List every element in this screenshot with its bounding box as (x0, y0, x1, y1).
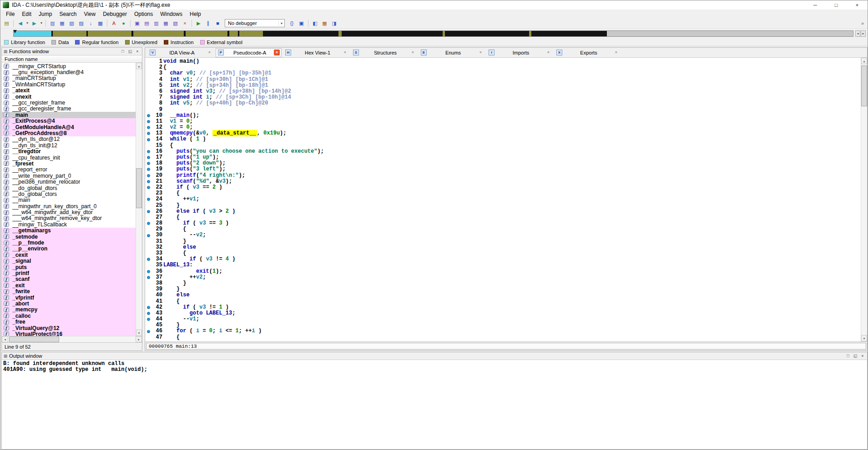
function-list-item[interactable]: f__mingw_CRTStartup (2, 63, 136, 69)
code-line[interactable]: 34 if ( v3 != 4 ) (145, 256, 861, 262)
code-line[interactable]: 33 { (145, 250, 861, 256)
menu-view[interactable]: View (80, 11, 99, 17)
tab-structures[interactable]: SStructures× (351, 48, 417, 57)
menu-debugger[interactable]: Debugger (99, 11, 131, 17)
function-list-item[interactable]: f_atexit (2, 88, 136, 94)
minimize-button[interactable]: ─ (805, 0, 826, 10)
close-button[interactable]: × (847, 0, 868, 10)
function-list-item[interactable]: f_puts (2, 264, 136, 270)
function-list-item[interactable]: f_WinMainCRTStartup (2, 81, 136, 87)
code-line[interactable]: 10 __main(); (145, 113, 861, 119)
code-line[interactable]: 18 puts("2 down"); (145, 160, 861, 166)
code-dot-icon[interactable] (147, 156, 150, 159)
jump-to-address-icon[interactable]: ▦ (57, 19, 67, 28)
code-dot-icon[interactable] (147, 210, 150, 213)
breakpoint-gutter[interactable] (145, 132, 152, 135)
tab-hex-view-1[interactable]: HHex View-1× (283, 48, 349, 57)
function-list-item[interactable]: f__getmainargs (2, 228, 136, 234)
function-list-item[interactable]: f__gcc_deregister_frame (2, 106, 136, 112)
code-line[interactable]: 31 } (145, 239, 861, 245)
code-line[interactable]: 40 else (145, 292, 861, 298)
code-line[interactable]: 46 for ( i = 0; i <= 1; ++i ) (145, 328, 861, 334)
function-list-item[interactable]: f__gcc_register_frame (2, 100, 136, 105)
jump-xrefs-icon[interactable]: ▩ (96, 19, 105, 28)
code-line[interactable]: 14 while ( 1 ) (145, 136, 861, 142)
breakpoint-gutter[interactable] (145, 270, 152, 273)
jump-to-segment-icon[interactable]: ▨ (76, 19, 86, 28)
code-line[interactable]: 13 qmemcpy(&v0, _data_start__, 0x19u); (145, 130, 861, 136)
code-vertical-scrollbar[interactable]: ▴ ▾ (861, 58, 867, 341)
scroll-up-button[interactable]: ▴ (136, 63, 142, 69)
code-line[interactable]: 37 ++v2; (145, 275, 861, 280)
search-text-icon[interactable]: A (109, 19, 119, 28)
maximize-button[interactable]: □ (826, 0, 847, 10)
function-list-item[interactable]: f_fwrite (2, 288, 136, 294)
code-line[interactable]: 27 { (145, 215, 861, 220)
breakpoint-gutter[interactable] (145, 174, 152, 177)
code-line[interactable]: 43 goto LABEL_13; (145, 310, 861, 316)
breakpoints-icon[interactable]: ▣ (297, 19, 306, 28)
code-line[interactable]: 35LABEL_13: (145, 262, 861, 268)
breakpoint-gutter[interactable] (145, 234, 152, 237)
breakpoint-gutter[interactable] (145, 180, 152, 183)
tab-close-icon[interactable]: × (613, 50, 619, 55)
tab-close-icon[interactable]: × (545, 50, 551, 55)
navigation-band[interactable] (13, 30, 853, 37)
function-list-item[interactable]: f__do_global_dtors (2, 185, 136, 191)
tab-close-icon[interactable]: × (207, 50, 212, 55)
code-dot-icon[interactable] (147, 198, 150, 201)
code-dot-icon[interactable] (147, 306, 150, 309)
code-line[interactable]: 39 } (145, 286, 861, 292)
function-list-item[interactable]: f_printf (2, 270, 136, 276)
pseudocode-view[interactable]: 1void main()2{3 char v0; // [sp+17h] [bp… (145, 58, 861, 341)
stop-process-icon[interactable]: ■ (213, 19, 222, 28)
menu-jump[interactable]: Jump (35, 11, 56, 17)
nav-back-icon[interactable]: ◀ (15, 19, 25, 28)
function-list-item[interactable]: f_main (2, 112, 136, 118)
tab-close-icon[interactable]: × (410, 50, 416, 55)
jump-down-icon[interactable]: ↓ (86, 19, 96, 28)
code-line[interactable]: 29 { (145, 226, 861, 232)
function-list-item[interactable]: f_VirtualQuery@12 (2, 325, 136, 331)
code-line[interactable]: 32 else (145, 245, 861, 250)
function-list-item[interactable]: f_scanf (2, 276, 136, 282)
menu-file[interactable]: File (2, 11, 18, 17)
function-list-item[interactable]: f_abort (2, 300, 136, 306)
tab-close-icon[interactable]: × (274, 50, 280, 55)
function-list-item[interactable]: f__mingwthr_run_key_dtors_part_0 (2, 203, 136, 209)
code-dot-icon[interactable] (147, 318, 150, 321)
breakpoint-gutter[interactable] (145, 126, 152, 129)
scroll-left-button[interactable]: ◂ (2, 336, 8, 342)
panel-float-icon[interactable]: ◱ (126, 49, 134, 54)
breakpoint-gutter[interactable] (145, 150, 152, 153)
jump-to-function-icon[interactable]: ▧ (67, 19, 76, 28)
function-list-item[interactable]: f_onexit (2, 94, 136, 100)
code-dot-icon[interactable] (147, 126, 150, 129)
code-line[interactable]: 11 v1 = 0; (145, 119, 861, 125)
panel-close-icon[interactable]: × (134, 49, 141, 54)
code-dot-icon[interactable] (147, 234, 150, 237)
code-dot-icon[interactable] (147, 174, 150, 177)
pause-process-icon[interactable]: ∥ (203, 19, 213, 28)
function-list-item[interactable]: f__write_memory_part_0 (2, 173, 136, 179)
open-enums-icon[interactable]: ▤ (142, 19, 151, 28)
scrollbar-thumb[interactable] (861, 65, 867, 106)
functions-vertical-scrollbar[interactable]: ▴ ▾ (136, 63, 142, 336)
nav-forward-menu-icon[interactable]: ▾ (39, 19, 44, 28)
nav-forward-icon[interactable]: ▶ (30, 19, 39, 28)
breakpoint-gutter[interactable] (145, 168, 152, 171)
code-dot-icon[interactable] (147, 186, 150, 189)
breakpoint-gutter[interactable] (145, 186, 152, 189)
windows-toggle-icon[interactable]: ◧ (310, 19, 320, 28)
start-process-icon[interactable]: ▶ (194, 19, 203, 28)
code-dot-icon[interactable] (147, 168, 150, 171)
code-dot-icon[interactable] (147, 180, 150, 183)
function-list-item[interactable]: f__dyn_tls_init@12 (2, 142, 136, 148)
search-next-icon[interactable]: ● (119, 19, 128, 28)
function-list-item[interactable]: f___w64_mingwthr_add_key_dtor (2, 209, 136, 215)
function-list-item[interactable]: f__do_global_ctors (2, 191, 136, 197)
panel-float-icon[interactable]: ◱ (852, 354, 859, 358)
tab-pseudocode-a[interactable]: PPseudocode-A× (216, 48, 282, 57)
code-dot-icon[interactable] (147, 138, 150, 141)
menu-help[interactable]: Help (186, 11, 205, 17)
